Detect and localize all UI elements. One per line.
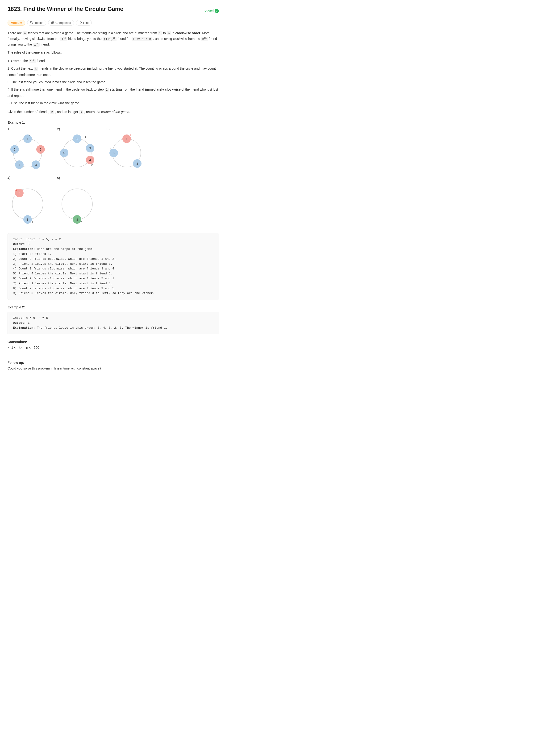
tag-hint-label: Hint xyxy=(83,21,89,25)
example2-input: n = 6, k = 5 xyxy=(26,316,48,320)
step-7-text: 7) Friend 1 leaves the circle. Next star… xyxy=(13,282,112,285)
svg-point-0 xyxy=(31,22,31,22)
svg-text:1: 1 xyxy=(81,221,83,223)
example2-input-label: Input: xyxy=(13,316,24,320)
example2-code: Input: n = 6, k = 5 Output: 1 Explanatio… xyxy=(8,312,219,334)
svg-text:4: 4 xyxy=(89,158,91,162)
svg-point-42 xyxy=(62,189,92,219)
followup-section: Follow up: Could you solve this problem … xyxy=(8,361,219,370)
tags-row: Medium Topics Companies Hint xyxy=(8,20,219,26)
svg-text:5: 5 xyxy=(18,191,20,195)
problem-description: There are n friends that are playing a g… xyxy=(8,30,219,115)
step1-svg: 1 1 2 2 3 4 xyxy=(8,133,48,171)
svg-text:5: 5 xyxy=(14,148,15,151)
rules-list: 1. Start at the 1st friend. 2. Count the… xyxy=(8,58,219,106)
svg-text:2: 2 xyxy=(130,134,131,137)
tag-topics[interactable]: Topics xyxy=(27,20,46,26)
svg-text:1: 1 xyxy=(126,137,127,141)
explanation-label: Explanation: xyxy=(13,247,35,251)
step-1-text: 1) Start at friend 1. xyxy=(13,252,52,256)
svg-text:5: 5 xyxy=(63,151,65,155)
example2-output-label: Output: xyxy=(13,321,26,325)
svg-text:3: 3 xyxy=(136,162,138,165)
svg-text:2: 2 xyxy=(43,145,44,147)
constraints-list: 1 <= k <= n <= 500 xyxy=(8,346,219,349)
step4-svg: 5 2 3 1 xyxy=(8,182,48,224)
step-8-text: 8) Count 2 friends clockwise, which are … xyxy=(13,287,116,290)
example1-input: Input: n = 5, k = 2 xyxy=(26,238,61,241)
step-2-text: 2) Count 2 friends clockwise, which are … xyxy=(13,257,116,261)
header-row: 1823. Find the Winner of the Circular Ga… xyxy=(8,6,219,16)
example1-explanation: Here are the steps of the game: xyxy=(37,247,94,251)
example2-output: 1 xyxy=(28,321,29,325)
step2-label: 2) xyxy=(57,127,97,131)
rule-4: 4. If there is still more than one frien… xyxy=(8,86,219,99)
constraint-1: 1 <= k <= n <= 500 xyxy=(11,346,219,349)
diagram-area: 1) 1 1 2 2 3 xyxy=(8,127,219,230)
building-icon xyxy=(51,21,55,25)
diagram-step-4: 4) 5 2 3 1 xyxy=(8,176,48,225)
example2-explanation-label: Explanation: xyxy=(13,326,35,330)
svg-text:1: 1 xyxy=(27,137,28,141)
step3-label: 3) xyxy=(107,127,147,131)
followup-text: Could you solve this problem in linear t… xyxy=(8,366,219,370)
tag-hint[interactable]: Hint xyxy=(76,20,92,26)
step-4-text: 4) Count 2 friends clockwise, which are … xyxy=(13,267,116,270)
svg-text:5: 5 xyxy=(113,151,114,155)
step5-label: 5) xyxy=(57,176,97,180)
page-title: 1823. Find the Winner of the Circular Ga… xyxy=(8,6,123,12)
given-paragraph: Given the number of friends, n , and an … xyxy=(8,109,219,115)
example2-title: Example 2: xyxy=(8,305,219,309)
svg-text:2: 2 xyxy=(40,148,41,151)
diagram-step-2: 2) 1 4 2 3 5 xyxy=(57,127,97,171)
rule-1: 1. Start at the 1st friend. xyxy=(8,58,219,64)
input-label: Input: xyxy=(13,238,24,241)
diagram-step-3: 3) 1 2 5 1 3 xyxy=(107,127,147,171)
tag-medium-label: Medium xyxy=(11,21,22,25)
tag-companies-label: Companies xyxy=(55,21,71,25)
example1-title: Example 1: xyxy=(8,121,219,124)
step2-svg: 1 4 2 3 5 1 xyxy=(57,133,97,171)
step3-svg: 1 2 5 1 3 xyxy=(107,133,147,171)
svg-text:3: 3 xyxy=(89,147,91,150)
example1-section: Example 1: 1) 1 1 xyxy=(8,121,219,300)
svg-text:2: 2 xyxy=(91,164,93,166)
tag-icon xyxy=(30,21,34,25)
svg-text:2: 2 xyxy=(15,188,17,191)
svg-text:3: 3 xyxy=(35,163,37,167)
svg-text:3: 3 xyxy=(76,218,78,221)
diagram-row-2: 4) 5 2 3 1 5) xyxy=(8,176,97,225)
svg-rect-1 xyxy=(52,21,54,24)
svg-text:4: 4 xyxy=(18,163,20,167)
followup-title: Follow up: xyxy=(8,361,219,365)
diagram-step-5: 5) 3 1 xyxy=(57,176,97,225)
step-5-text: 5) Friend 4 leaves the circle. Next star… xyxy=(13,272,112,275)
tag-medium[interactable]: Medium xyxy=(8,20,25,26)
svg-text:1: 1 xyxy=(32,221,33,223)
constraints-section: Constraints: 1 <= k <= n <= 500 xyxy=(8,340,219,349)
svg-text:1: 1 xyxy=(76,137,78,141)
diagram-step-1: 1) 1 1 2 2 3 xyxy=(8,127,48,171)
page-container: 1823. Find the Winner of the Circular Ga… xyxy=(8,6,219,370)
step4-label: 4) xyxy=(8,176,48,180)
diagram-row-1: 1) 1 1 2 2 3 xyxy=(8,127,147,171)
rules-header: The rules of the game are as follows: xyxy=(8,50,219,55)
svg-text:1: 1 xyxy=(29,135,31,138)
step-6-text: 6) Count 2 friends clockwise, which are … xyxy=(13,277,116,280)
solved-label: Solved xyxy=(204,9,214,13)
tag-companies[interactable]: Companies xyxy=(48,20,74,26)
example2-explanation: The friends leave in this order: 5, 4, 6… xyxy=(37,326,168,330)
example1-code: Input: Input: n = 5, k = 2 Output: 3 Exp… xyxy=(8,233,219,300)
svg-text:1: 1 xyxy=(85,135,86,138)
svg-text:1: 1 xyxy=(110,147,112,150)
constraints-title: Constraints: xyxy=(8,340,219,344)
example2-section: Example 2: Input: n = 6, k = 5 Output: 1… xyxy=(8,305,219,334)
tag-topics-label: Topics xyxy=(34,21,43,25)
step5-svg: 3 1 xyxy=(57,182,97,224)
rule-3: 3. The last friend you counted leaves th… xyxy=(8,79,219,85)
solved-check-icon: ✓ xyxy=(215,9,219,13)
output-label: Output: xyxy=(13,242,26,246)
solved-badge: Solved ✓ xyxy=(204,9,219,13)
step-9-text: 9) Friend 5 leaves the circle. Only frie… xyxy=(13,291,155,295)
example1-output: 3 xyxy=(28,242,29,246)
